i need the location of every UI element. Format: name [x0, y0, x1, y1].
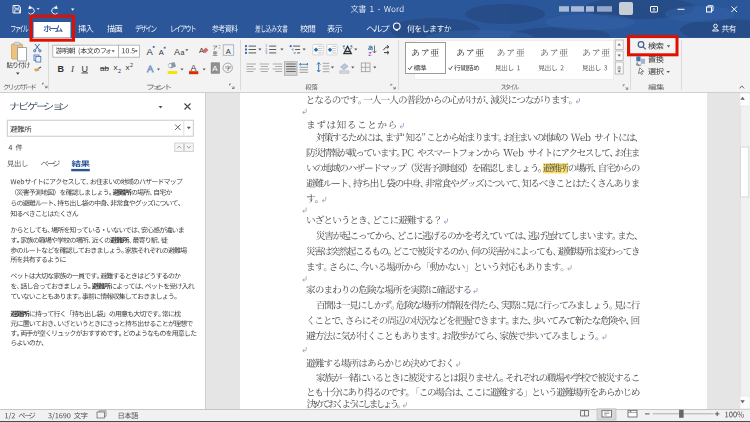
svg-text:U: U [82, 64, 89, 74]
svg-text:A: A [212, 64, 218, 73]
svg-text:2: 2 [118, 68, 121, 74]
svg-text:A: A [146, 46, 153, 57]
svg-text:A: A [191, 63, 197, 73]
svg-text:B: B [58, 64, 65, 74]
svg-text:3: 3 [265, 51, 267, 55]
svg-text:ab: ab [100, 64, 109, 73]
svg-text:A: A [147, 63, 154, 74]
svg-text:A: A [226, 47, 231, 56]
svg-text:a: a [181, 49, 185, 56]
svg-text:Z: Z [368, 51, 372, 57]
svg-text:2: 2 [130, 62, 133, 68]
svg-text:x: x [114, 63, 118, 72]
svg-text:A: A [159, 48, 164, 57]
svg-text:I: I [70, 64, 75, 74]
svg-text:x: x [126, 63, 130, 72]
svg-text:A: A [174, 47, 180, 57]
